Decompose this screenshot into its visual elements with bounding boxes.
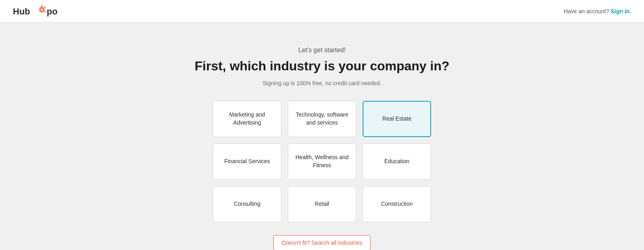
- svg-point-1: [41, 8, 43, 10]
- industry-label: Education: [384, 158, 409, 166]
- header-account-text: Have an account? Sign in.: [564, 8, 631, 14]
- industry-label: Technology, software and services: [293, 111, 351, 127]
- industry-card-construction[interactable]: Construction: [363, 186, 431, 222]
- page-subtitle: Let's get started!: [298, 47, 346, 54]
- industry-card-health[interactable]: Health, Wellness and Fitness: [288, 143, 356, 180]
- account-prompt: Have an account?: [564, 8, 609, 14]
- main-content: Let's get started! First, which industry…: [0, 23, 644, 250]
- industry-card-education[interactable]: Education: [363, 143, 431, 180]
- industry-card-real-estate[interactable]: Real Estate: [363, 101, 431, 137]
- svg-text:pot: pot: [47, 6, 57, 16]
- svg-text:Hub: Hub: [13, 6, 30, 16]
- industry-label: Marketing and Advertising: [218, 111, 276, 127]
- industry-label: Real Estate: [382, 115, 411, 123]
- search-all-industries-button[interactable]: Doesn't fit? Search all industries: [273, 235, 371, 250]
- industry-label: Consulting: [234, 200, 260, 208]
- logo: Hub pot: [13, 5, 57, 18]
- industry-card-retail[interactable]: Retail: [288, 186, 356, 222]
- sign-in-link[interactable]: Sign in.: [611, 8, 631, 14]
- industry-card-consulting[interactable]: Consulting: [213, 186, 281, 222]
- industry-grid: Marketing and Advertising Technology, so…: [213, 101, 431, 222]
- industry-label: Construction: [381, 200, 413, 208]
- svg-line-4: [44, 11, 45, 12]
- industry-label: Financial Services: [224, 158, 270, 166]
- industry-label: Retail: [315, 200, 329, 208]
- page-title: First, which industry is your company in…: [195, 59, 450, 74]
- industry-card-financial[interactable]: Financial Services: [213, 143, 281, 180]
- industry-card-marketing[interactable]: Marketing and Advertising: [213, 101, 281, 137]
- header: Hub pot Have an account? Sign in.: [0, 0, 644, 23]
- hubspot-logo: Hub pot: [13, 5, 57, 18]
- industry-label: Health, Wellness and Fitness: [293, 154, 351, 169]
- page-description: Signing up is 100% free, no credit card …: [263, 80, 382, 86]
- svg-line-3: [44, 7, 45, 8]
- industry-card-technology[interactable]: Technology, software and services: [288, 101, 356, 137]
